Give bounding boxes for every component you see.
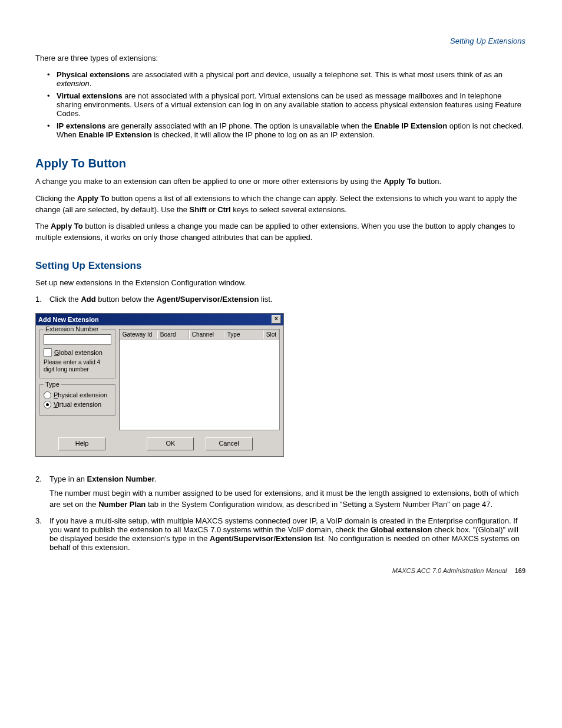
radio-label: Physical extension [54,391,107,398]
step-2: 2. Type in an Extension Number. [35,475,527,483]
text: button below the [96,295,157,304]
bullet-ip: • IP extensions are generally associated… [47,121,527,139]
ports-table[interactable]: Gateway Id Board Channel Type Slot [119,329,280,430]
text: keys to select several extensions. [231,205,347,214]
page-header-right: Setting Up Extensions [450,37,525,45]
step-number: 2. [35,475,49,483]
bullet-em: extension [57,79,90,88]
table-header: Gateway Id Board Channel Type Slot [120,330,279,340]
th-slot[interactable]: Slot [263,330,279,339]
text: The [35,222,51,230]
apply-p2: Clicking the Apply To button opens a lis… [35,193,527,216]
global-extension-checkbox[interactable] [44,348,52,357]
th-gateway[interactable]: Gateway Id [120,330,157,339]
text: or [206,205,217,214]
text: button. [416,177,441,186]
add-button-ref: Add [81,295,95,304]
cancel-button[interactable]: Cancel [206,437,253,450]
step-1: 1. Click the Add button below the Agent/… [35,295,527,304]
table-body-empty [120,340,279,430]
input-hint: Please enter a valid 4 digit long number [44,359,111,373]
bullet-text: is checked, it will allow the IP phone t… [152,130,375,139]
help-button[interactable]: Help [58,437,105,450]
setup-intro: Set up new extensions in the Extension C… [35,278,527,289]
list-ref: Agent/Supervisor/Extension [210,534,312,543]
bullet-dot: • [47,121,57,139]
bullet-text: are generally associated with an IP phon… [106,121,375,130]
bullet-dot: • [47,70,57,88]
step-number: 1. [35,295,49,304]
bullet-em: Enable IP Extension [79,130,152,139]
dialog-screenshot: Add New Extension × Extension Number Glo… [35,313,527,457]
ctrl-key: Ctrl [217,205,230,214]
th-channel[interactable]: Channel [189,330,224,339]
virtual-extension-radio[interactable] [44,401,51,409]
group-legend: Extension Number [44,325,101,332]
heading-apply-to: Apply To Button [35,157,527,170]
ext-num-ref: Extension Number [87,475,155,483]
text: Clicking the [35,194,77,203]
footer-text: MAXCS ACC 7.0 Administration Manual [392,567,507,574]
bullet-text: are not associated with a physical port.… [57,91,521,118]
text: . [154,475,157,483]
heading-setting-up: Setting Up Extensions [35,260,527,272]
bullet-lead: Physical extensions [57,70,130,79]
apply-to-bold: Apply To [51,222,83,230]
th-type[interactable]: Type [224,330,263,339]
bullet-end: . [90,79,92,88]
step-number: 3. [35,516,49,552]
apply-to-bold: Apply To [384,177,416,186]
dialog-titlebar: Add New Extension × [36,314,283,325]
intro-line: There are three types of extensions: [35,53,527,64]
shift-key: Shift [190,205,207,214]
close-button[interactable]: × [272,315,281,324]
physical-extension-radio[interactable] [44,391,51,399]
text: Click the [49,295,81,304]
bullet-em: Enable IP Extension [374,121,447,130]
dialog-title: Add New Extension [38,316,99,323]
step-3: 3. If you have a multi-site setup, with … [35,516,527,552]
global-ext-ref: Global extension [371,525,432,534]
ok-button[interactable]: OK [147,437,194,450]
apply-to-bold: Apply To [77,194,110,203]
text: list. [259,295,272,304]
page-number: 169 [515,567,525,574]
bullet-dot: • [47,91,57,118]
apply-p3: The Apply To button is disabled unless a… [35,221,527,243]
page-footer: MAXCS ACC 7.0 Administration Manual 169 [392,567,525,574]
radio-label: Virtual extension [54,401,101,408]
checkbox-label: Global extension [54,349,103,356]
th-board[interactable]: Board [157,330,189,339]
extension-number-group: Extension Number Global extension Please… [39,329,115,378]
bullet-lead: Virtual extensions [57,91,123,100]
apply-p1: A change you make to an extension can of… [35,176,527,187]
step-2-sub: The number must begin with a number assi… [49,488,527,510]
text: Type in an [49,475,87,483]
bullet-virtual: • Virtual extensions are not associated … [47,91,527,118]
bullet-lead: IP extensions [57,121,106,130]
text: button is disabled unless a change you m… [35,222,515,242]
text: A change you make to an extension can of… [35,177,384,186]
add-new-extension-dialog: Add New Extension × Extension Number Glo… [35,313,284,457]
text: tab in the System Configuration window, … [146,500,492,509]
bullet-text: are associated with a physical port and … [130,70,503,79]
bullet-physical: • Physical extensions are associated wit… [47,70,527,88]
extension-number-input[interactable] [44,334,111,345]
number-plan-ref: Number Plan [98,500,146,509]
type-group: Type Physical extension Virtual extensio… [39,384,115,416]
group-legend: Type [44,381,61,388]
list-ref: Agent/Supervisor/Extension [156,295,259,304]
